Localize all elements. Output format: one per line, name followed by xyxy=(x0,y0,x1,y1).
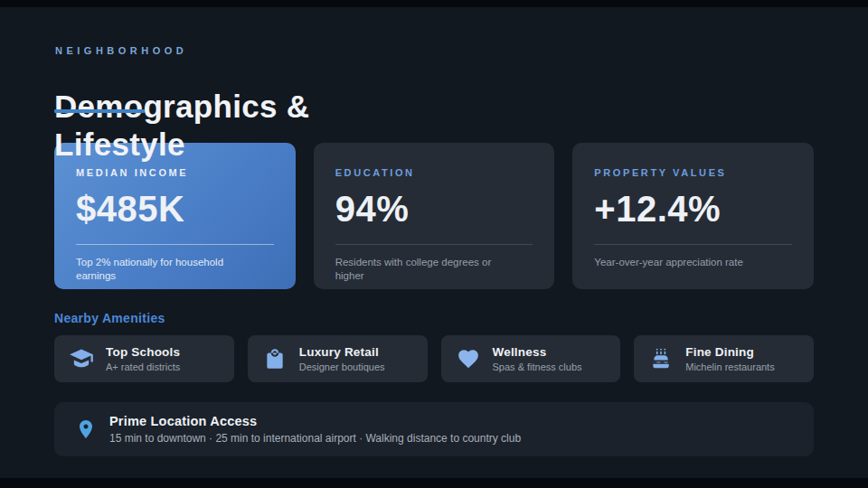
amenity-subtitle: Spas & fitness clubs xyxy=(493,361,582,372)
page-title: Demographics &Lifestyle xyxy=(54,88,443,164)
stat-value: +12.4% xyxy=(594,189,792,230)
amenity-title: Top Schools xyxy=(106,345,180,359)
stat-divider xyxy=(335,244,533,245)
amenity-text: Luxury Retail Designer boutiques xyxy=(299,345,385,372)
amenity-text: Top Schools A+ rated districts xyxy=(106,345,180,372)
location-panel: Prime Location Access 15 min to downtown… xyxy=(54,402,814,456)
amenity-title: Wellness xyxy=(493,345,582,359)
amenity-card-luxury-retail: Luxury Retail Designer boutiques xyxy=(248,335,428,382)
heart-icon xyxy=(456,346,481,371)
amenity-card-fine-dining: Fine Dining Michelin restaurants xyxy=(634,335,814,382)
stat-divider xyxy=(594,244,792,245)
stats-row: MEDIAN INCOME $485K Top 2% nationally fo… xyxy=(54,143,814,289)
title-accent-bar xyxy=(54,109,145,113)
amenity-text: Fine Dining Michelin restaurants xyxy=(685,345,774,372)
letterbox-top xyxy=(0,0,868,7)
amenity-card-top-schools: Top Schools A+ rated districts xyxy=(54,335,234,382)
stat-card-median-income: MEDIAN INCOME $485K Top 2% nationally fo… xyxy=(54,143,296,289)
location-text: Prime Location Access 15 min to downtown… xyxy=(109,414,521,445)
amenity-title: Fine Dining xyxy=(685,345,774,359)
amenity-subtitle: A+ rated districts xyxy=(106,361,180,372)
stat-label: PROPERTY VALUES xyxy=(594,167,792,178)
amenity-title: Luxury Retail xyxy=(299,345,385,359)
graduation-cap-icon xyxy=(69,346,94,371)
stat-description: Residents with college degrees or higher xyxy=(335,256,512,282)
stat-card-property-values: PROPERTY VALUES +12.4% Year-over-year ap… xyxy=(572,143,814,289)
amenity-subtitle: Michelin restaurants xyxy=(685,361,774,372)
letterbox-bottom xyxy=(0,478,868,488)
amenity-text: Wellness Spas & fitness clubs xyxy=(493,345,582,372)
stat-divider xyxy=(76,244,274,245)
amenities-row: Top Schools A+ rated districts Luxury Re… xyxy=(54,335,814,382)
stat-card-education: EDUCATION 94% Residents with college deg… xyxy=(314,143,555,289)
location-title: Prime Location Access xyxy=(109,414,521,428)
shopping-bag-icon xyxy=(262,346,288,371)
amenities-heading: Nearby Amenities xyxy=(54,311,165,325)
page-title-line1: Demographics & xyxy=(54,89,309,124)
stat-description: Top 2% nationally for household earnings xyxy=(76,256,252,282)
stat-label: EDUCATION xyxy=(335,167,533,178)
stat-description: Year-over-year appreciation rate xyxy=(594,256,770,269)
location-details: 15 min to downtown · 25 min to internati… xyxy=(109,432,521,445)
stat-label: MEDIAN INCOME xyxy=(76,167,274,178)
location-pin-icon xyxy=(75,415,97,444)
amenity-card-wellness: Wellness Spas & fitness clubs xyxy=(441,335,621,382)
stat-value: 94% xyxy=(335,189,533,230)
amenity-subtitle: Designer boutiques xyxy=(299,361,385,372)
stat-value: $485K xyxy=(76,189,274,230)
cake-icon xyxy=(648,346,674,371)
page-title-line2: Lifestyle xyxy=(54,127,185,162)
eyebrow-label: NEIGHBORHOOD xyxy=(55,45,187,56)
